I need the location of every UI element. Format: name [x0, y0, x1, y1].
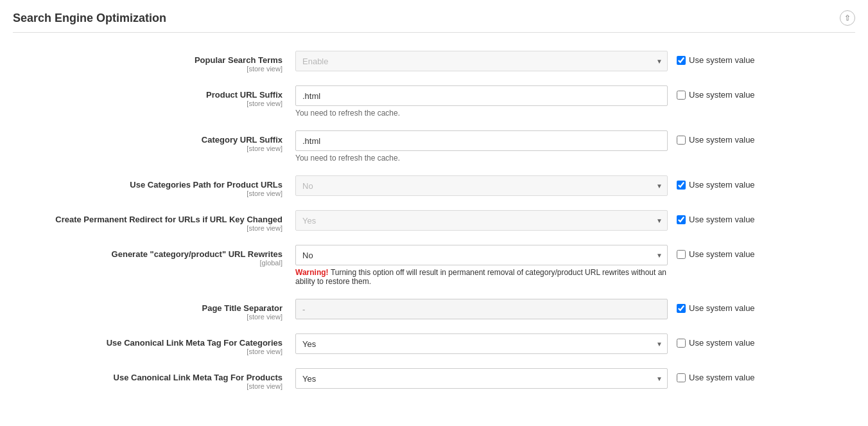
form-row-product_url_suffix: Product URL Suffix[store view]You need t…	[13, 80, 855, 123]
system-cell-canonical_link_categories: Use system value	[668, 333, 770, 348]
control-cell-product_url_suffix: You need to refresh the cache.	[295, 85, 668, 118]
use-system-value-label-use_categories_path[interactable]: Use system value	[677, 180, 755, 190]
system-cell-generate_url_rewrites: Use system value	[668, 245, 770, 259]
form-row-create_permanent_redirect: Create Permanent Redirect for URLs if UR…	[13, 205, 855, 237]
use-system-value-text-canonical_link_categories: Use system value	[689, 338, 755, 348]
label-cell-canonical_link_products: Use Canonical Link Meta Tag For Products…	[13, 368, 295, 390]
section-header: Search Engine Optimization ⇧	[13, 10, 855, 33]
use-system-value-label-canonical_link_products[interactable]: Use system value	[677, 373, 755, 382]
field-label-page_title_separator: Page Title Separator	[13, 303, 282, 313]
label-cell-create_permanent_redirect: Create Permanent Redirect for URLs if UR…	[13, 210, 295, 232]
field-scope-page_title_separator: [store view]	[13, 313, 282, 321]
use-system-value-label-create_permanent_redirect[interactable]: Use system value	[677, 215, 755, 224]
warning-text-generate_url_rewrites: Warning! Turning this option off will re…	[295, 268, 668, 286]
system-cell-canonical_link_products: Use system value	[668, 368, 770, 382]
select-wrapper-canonical_link_categories: YesNo▼	[295, 333, 668, 354]
use-system-value-text-product_url_suffix: Use system value	[689, 90, 755, 100]
field-label-canonical_link_categories: Use Canonical Link Meta Tag For Categori…	[13, 338, 282, 348]
system-cell-popular_search_terms: Use system value	[668, 51, 770, 65]
use-system-value-checkbox-category_url_suffix[interactable]	[677, 136, 686, 145]
use-system-value-checkbox-canonical_link_products[interactable]	[677, 373, 686, 382]
form-row-page_title_separator: Page Title Separator[store view]Use syst…	[13, 294, 855, 326]
control-cell-page_title_separator	[295, 299, 668, 319]
field-scope-create_permanent_redirect: [store view]	[13, 224, 282, 232]
page-title: Search Engine Optimization	[13, 12, 166, 25]
control-cell-use_categories_path: YesNo▼	[295, 175, 668, 196]
field-scope-use_categories_path: [store view]	[13, 190, 282, 197]
field-label-canonical_link_products: Use Canonical Link Meta Tag For Products	[13, 373, 282, 382]
label-cell-generate_url_rewrites: Generate "category/product" URL Rewrites…	[13, 245, 295, 267]
use-system-value-label-product_url_suffix[interactable]: Use system value	[677, 90, 755, 100]
control-cell-popular_search_terms: EnableDisable▼	[295, 51, 668, 71]
field-scope-product_url_suffix: [store view]	[13, 100, 282, 107]
use-system-value-label-canonical_link_categories[interactable]: Use system value	[677, 338, 755, 348]
field-label-create_permanent_redirect: Create Permanent Redirect for URLs if UR…	[13, 215, 282, 224]
form-row-category_url_suffix: Category URL Suffix[store view]You need …	[13, 125, 855, 168]
use-system-value-label-category_url_suffix[interactable]: Use system value	[677, 135, 755, 145]
system-cell-product_url_suffix: Use system value	[668, 85, 770, 100]
use-system-value-text-category_url_suffix: Use system value	[689, 135, 755, 145]
form-table: Popular Search Terms[store view]EnableDi…	[13, 46, 855, 395]
label-cell-page_title_separator: Page Title Separator[store view]	[13, 299, 295, 321]
system-cell-page_title_separator: Use system value	[668, 299, 770, 313]
use-system-value-label-generate_url_rewrites[interactable]: Use system value	[677, 249, 755, 259]
use-system-value-checkbox-canonical_link_categories[interactable]	[677, 339, 686, 348]
hint-text-category_url_suffix: You need to refresh the cache.	[295, 154, 668, 163]
field-label-generate_url_rewrites: Generate "category/product" URL Rewrites	[13, 249, 282, 259]
use-system-value-label-popular_search_terms[interactable]: Use system value	[677, 55, 755, 65]
field-scope-generate_url_rewrites: [global]	[13, 259, 282, 267]
control-cell-category_url_suffix: You need to refresh the cache.	[295, 130, 668, 163]
select-canonical_link_products[interactable]: YesNo	[295, 368, 668, 389]
select-wrapper-popular_search_terms: EnableDisable▼	[295, 51, 668, 71]
select-generate_url_rewrites[interactable]: YesNo	[295, 245, 668, 265]
select-wrapper-create_permanent_redirect: YesNo▼	[295, 210, 668, 231]
field-scope-popular_search_terms: [store view]	[13, 65, 282, 73]
field-label-category_url_suffix: Category URL Suffix	[13, 135, 282, 145]
system-cell-category_url_suffix: Use system value	[668, 130, 770, 145]
control-cell-create_permanent_redirect: YesNo▼	[295, 210, 668, 231]
use-system-value-text-generate_url_rewrites: Use system value	[689, 249, 755, 259]
select-popular_search_terms: EnableDisable	[295, 51, 668, 71]
field-label-popular_search_terms: Popular Search Terms	[13, 55, 282, 65]
collapse-button[interactable]: ⇧	[840, 10, 855, 26]
use-system-value-checkbox-use_categories_path[interactable]	[677, 181, 686, 190]
label-cell-product_url_suffix: Product URL Suffix[store view]	[13, 85, 295, 107]
use-system-value-checkbox-product_url_suffix[interactable]	[677, 91, 686, 100]
select-wrapper-use_categories_path: YesNo▼	[295, 175, 668, 196]
select-create_permanent_redirect: YesNo	[295, 210, 668, 231]
select-wrapper-canonical_link_products: YesNo▼	[295, 368, 668, 389]
field-scope-canonical_link_categories: [store view]	[13, 348, 282, 355]
seo-section: Search Engine Optimization ⇧ Popular Sea…	[0, 0, 868, 408]
form-row-canonical_link_categories: Use Canonical Link Meta Tag For Categori…	[13, 328, 855, 360]
select-use_categories_path: YesNo	[295, 175, 668, 196]
control-cell-canonical_link_products: YesNo▼	[295, 368, 668, 389]
form-row-canonical_link_products: Use Canonical Link Meta Tag For Products…	[13, 363, 855, 395]
label-cell-popular_search_terms: Popular Search Terms[store view]	[13, 51, 295, 73]
label-cell-use_categories_path: Use Categories Path for Product URLs[sto…	[13, 175, 295, 197]
use-system-value-text-canonical_link_products: Use system value	[689, 373, 755, 382]
select-canonical_link_categories[interactable]: YesNo	[295, 333, 668, 354]
input-product_url_suffix[interactable]	[295, 85, 668, 106]
use-system-value-checkbox-popular_search_terms[interactable]	[677, 56, 686, 65]
use-system-value-label-page_title_separator[interactable]: Use system value	[677, 303, 755, 313]
use-system-value-checkbox-page_title_separator[interactable]	[677, 304, 686, 313]
system-cell-use_categories_path: Use system value	[668, 175, 770, 190]
use-system-value-text-create_permanent_redirect: Use system value	[689, 215, 755, 224]
field-scope-canonical_link_products: [store view]	[13, 382, 282, 390]
use-system-value-text-page_title_separator: Use system value	[689, 303, 755, 313]
use-system-value-checkbox-create_permanent_redirect[interactable]	[677, 215, 686, 224]
use-system-value-text-use_categories_path: Use system value	[689, 180, 755, 190]
form-row-popular_search_terms: Popular Search Terms[store view]EnableDi…	[13, 46, 855, 78]
use-system-value-text-popular_search_terms: Use system value	[689, 55, 755, 65]
form-row-use_categories_path: Use Categories Path for Product URLs[sto…	[13, 170, 855, 202]
label-cell-canonical_link_categories: Use Canonical Link Meta Tag For Categori…	[13, 333, 295, 355]
use-system-value-checkbox-generate_url_rewrites[interactable]	[677, 250, 686, 259]
field-scope-category_url_suffix: [store view]	[13, 145, 282, 152]
control-cell-generate_url_rewrites: YesNo▼Warning! Turning this option off w…	[295, 245, 668, 286]
field-label-use_categories_path: Use Categories Path for Product URLs	[13, 180, 282, 190]
control-cell-canonical_link_categories: YesNo▼	[295, 333, 668, 354]
input-category_url_suffix[interactable]	[295, 130, 668, 151]
warning-label-generate_url_rewrites: Warning!	[295, 268, 331, 277]
system-cell-create_permanent_redirect: Use system value	[668, 210, 770, 224]
field-label-product_url_suffix: Product URL Suffix	[13, 90, 282, 100]
